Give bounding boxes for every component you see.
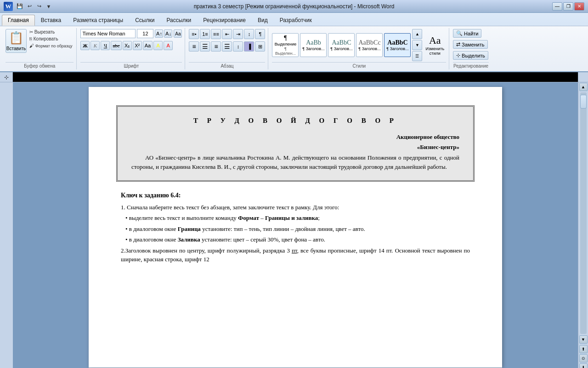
redo-button[interactable]: ↪ — [35, 2, 43, 11]
tab-page-layout[interactable]: Разметка страницы — [67, 15, 129, 26]
strikethrough-button[interactable]: abc — [111, 41, 121, 50]
tab-view[interactable]: Вид — [252, 15, 274, 26]
tab-home[interactable]: Главная — [2, 15, 35, 26]
increase-indent-button[interactable]: ⇥ — [233, 29, 243, 39]
font-name-input[interactable]: Times New Roman — [80, 29, 136, 38]
increase-font-button[interactable]: A↑ — [155, 29, 163, 38]
align-right-button[interactable]: ≡ — [211, 41, 221, 52]
document-page: Т Р У Д О В О Й Д О Г О В О Р Акционерно… — [89, 87, 502, 368]
paste-button[interactable]: 📋 Вставить — [6, 29, 27, 53]
scroll-down-button[interactable]: ▼ — [579, 335, 588, 344]
scroll-prev-page-button[interactable]: ⬆ — [579, 345, 588, 353]
style-heading3[interactable]: AaBbCc ¶ Заголов... — [356, 33, 383, 57]
decrease-indent-button[interactable]: ⇤ — [222, 29, 232, 39]
document-area: Т Р У Д О В О Й Д О Г О В О Р Акционерно… — [0, 82, 588, 368]
style-heading4[interactable]: AaBbC ¶ Заголов... — [384, 33, 411, 57]
ribbon-tabs: Главная Вставка Разметка страницы Ссылки… — [0, 13, 588, 26]
instructions-title: Ключ к заданию 6.4: — [121, 191, 470, 200]
undo-button[interactable]: ↩ — [25, 2, 34, 11]
minimize-button[interactable]: — — [552, 2, 562, 11]
align-left-button[interactable]: ≡ — [189, 41, 199, 52]
tab-references[interactable]: Ссылки — [129, 15, 160, 26]
ruler-right — [578, 72, 588, 82]
style-heading2[interactable]: AaBbC ¶ Заголов... — [328, 33, 355, 57]
tab-developer[interactable]: Разработчик — [274, 15, 318, 26]
line-spacing-button[interactable]: ↕ — [233, 41, 243, 52]
instruction-bullet-3: • в диалоговом окне Заливка установите: … — [125, 235, 470, 244]
scroll-up-button[interactable]: ▲ — [579, 83, 588, 91]
scroll-next-page-button[interactable]: ⬇ — [579, 363, 588, 368]
ruler-svg — [13, 72, 578, 82]
sort-button[interactable]: ↕ — [244, 29, 254, 39]
numbering-button[interactable]: 1≡ — [200, 29, 210, 39]
framed-section: Т Р У Д О В О Й Д О Г О В О Р Акционерно… — [116, 105, 475, 182]
instruction-bullet-2: • в диалоговом окне Граница установите: … — [125, 224, 470, 234]
cut-button[interactable]: ✂ Вырезать — [28, 29, 74, 35]
styles-group: ¶ Выделение ¶ Выделен... AaBb ¶ Заголов.… — [269, 28, 449, 69]
scrollbar-right: ▲ ▼ ⬆ ⊙ ⬇ — [578, 82, 588, 368]
title-bar-left: W 💾 ↩ ↪ ▼ — [4, 2, 53, 11]
copy-icon: ⎘ — [29, 36, 32, 41]
instruction-line-1: 1. Сначала наберите весь текст без абзац… — [121, 203, 470, 212]
styles-up-button[interactable]: ▲ — [412, 29, 422, 39]
format-painter-button[interactable]: 🖌 Формат по образцу — [28, 43, 74, 49]
replace-icon: ⇄ — [456, 41, 460, 47]
scroll-thumb[interactable] — [580, 95, 587, 109]
borders-button[interactable]: ⊞ — [255, 41, 265, 52]
justify-button[interactable]: ☰ — [222, 41, 232, 52]
paragraph-label: Абзац — [189, 62, 265, 69]
vertical-ruler-svg — [0, 82, 13, 368]
save-button[interactable]: 💾 — [16, 2, 24, 11]
ribbon: Главная Вставка Разметка страницы Ссылки… — [0, 13, 588, 72]
editing-label: Редактирование — [453, 62, 489, 69]
style-heading1[interactable]: AaBb ¶ Заголов... — [300, 33, 327, 57]
copy-button[interactable]: ⎘ Копировать — [28, 36, 74, 42]
tab-mailings[interactable]: Рассылки — [160, 15, 197, 26]
font-group-label: Шрифт — [80, 62, 182, 69]
ruler-corner: ⊹ — [0, 72, 13, 82]
scroll-select-object-button[interactable]: ⊙ — [579, 354, 588, 362]
restore-button[interactable]: ❐ — [563, 2, 573, 11]
change-case-button[interactable]: Aa — [143, 41, 153, 50]
replace-button[interactable]: ⇄ Заменить — [453, 40, 487, 49]
quick-access-toolbar: 💾 ↩ ↪ ▼ — [16, 2, 53, 11]
underline-button[interactable]: Ч — [101, 41, 110, 50]
show-marks-button[interactable]: ¶ — [255, 29, 265, 39]
bullets-button[interactable]: ≡• — [189, 29, 199, 39]
decrease-font-button[interactable]: A↓ — [164, 29, 172, 38]
search-icon: 🔍 — [456, 30, 463, 36]
page-area: Т Р У Д О В О Й Д О Г О В О Р Акционерно… — [13, 82, 578, 368]
title-bar: W 💾 ↩ ↪ ▼ практика 3 семестр [Режим огра… — [0, 0, 588, 13]
clear-format-button[interactable]: Aa — [174, 29, 182, 38]
font-size-input[interactable]: 12 — [137, 29, 153, 38]
document-title: Т Р У Д О В О Й Д О Г О В О Р — [131, 116, 459, 126]
styles-more-button[interactable]: ☰ — [412, 51, 422, 61]
ribbon-content: 📋 Вставить ✂ Вырезать ⎘ Копировать 🖌 Фор… — [0, 26, 588, 71]
clipboard-group: 📋 Вставить ✂ Вырезать ⎘ Копировать 🖌 Фор… — [3, 28, 77, 69]
word-logo[interactable]: W — [4, 2, 13, 11]
align-center-button[interactable]: ☰ — [200, 41, 210, 52]
shading-button[interactable]: ▐ — [244, 41, 254, 52]
italic-button[interactable]: К — [90, 41, 100, 50]
more-button[interactable]: ▼ — [45, 2, 53, 11]
window-title: практика 3 семестр [Режим ограниченной ф… — [0, 3, 588, 10]
subscript-button[interactable]: X₂ — [123, 41, 132, 50]
styles-down-button[interactable]: ▼ — [412, 40, 422, 50]
close-button[interactable]: ✕ — [574, 2, 584, 11]
editing-group: 🔍 Найти ⇄ Заменить ⊹ Выделить Редактиров… — [450, 28, 492, 69]
multilevel-button[interactable]: ≡≡ — [211, 29, 221, 39]
instruction-bullet-1: • выделите весь текст и выполните команд… — [125, 213, 470, 223]
bold-button[interactable]: Ж — [80, 41, 90, 50]
select-button[interactable]: ⊹ Выделить — [453, 51, 488, 60]
tab-review[interactable]: Рецензирование — [197, 15, 252, 26]
font-color-button[interactable]: А — [164, 41, 173, 50]
scissors-icon: ✂ — [29, 29, 33, 34]
paste-icon: 📋 — [9, 31, 23, 45]
find-button[interactable]: 🔍 Найти — [453, 29, 481, 38]
highlight-color-button[interactable]: А — [153, 41, 163, 50]
tab-insert[interactable]: Вставка — [35, 15, 68, 26]
superscript-button[interactable]: X² — [133, 41, 142, 50]
change-styles-label: Изменитьстили — [425, 46, 444, 56]
vertical-ruler — [0, 82, 13, 368]
style-normal[interactable]: ¶ Выделение ¶ Выделен... — [272, 33, 299, 57]
